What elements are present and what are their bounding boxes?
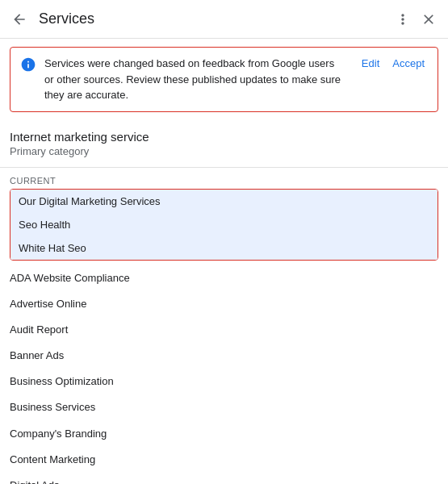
current-list-item[interactable]: White Hat Seo xyxy=(10,236,438,260)
page-title: Services xyxy=(39,10,393,27)
current-items-section: Our Digital Marketing ServicesSeo Health… xyxy=(10,189,438,261)
list-item[interactable]: Business Optimization xyxy=(10,369,438,394)
accept-button[interactable]: Accept xyxy=(389,56,428,71)
list-item[interactable]: Content Marketing xyxy=(10,447,438,473)
notification-actions: Edit Accept xyxy=(358,56,428,71)
services-list[interactable]: ADA Website ComplianceAdvertise OnlineAu… xyxy=(0,265,448,485)
notification-banner: Services were changed based on feedback … xyxy=(10,47,438,112)
service-category-title: Internet marketing service xyxy=(10,130,438,144)
list-item[interactable]: Company's Branding xyxy=(10,421,438,447)
header-actions xyxy=(393,10,438,29)
list-item[interactable]: Digital Ads xyxy=(10,473,438,484)
service-category-subtitle: Primary category xyxy=(10,145,438,157)
current-list-item[interactable]: Our Digital Marketing Services xyxy=(10,190,438,213)
list-item[interactable]: ADA Website Compliance xyxy=(10,265,438,291)
list-item[interactable]: Audit Report xyxy=(10,317,438,343)
page-container: Services Services were changed based on … xyxy=(0,0,448,484)
info-icon xyxy=(20,56,36,73)
notification-text: Services were changed based on feedback … xyxy=(44,56,344,103)
header: Services xyxy=(0,0,448,39)
list-item[interactable]: Banner Ads xyxy=(10,343,438,369)
list-item[interactable]: Advertise Online xyxy=(10,291,438,317)
service-header: Internet marketing service Primary categ… xyxy=(0,120,448,161)
edit-button[interactable]: Edit xyxy=(358,56,383,71)
current-section-label: CURRENT xyxy=(0,168,448,189)
back-icon[interactable] xyxy=(10,10,29,29)
list-item[interactable]: Business Services xyxy=(10,394,438,420)
more-icon[interactable] xyxy=(393,10,412,29)
current-list-item[interactable]: Seo Health xyxy=(10,213,438,236)
close-icon[interactable] xyxy=(419,10,438,29)
